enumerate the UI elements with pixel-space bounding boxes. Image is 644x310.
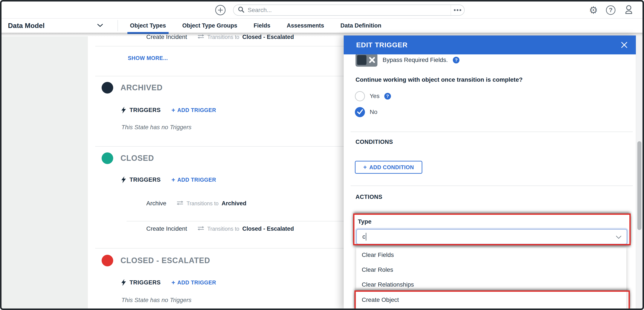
lightning-bolt-icon (121, 107, 126, 114)
scrollbar-thumb[interactable] (637, 141, 642, 230)
state-header-archived: ARCHIVED (102, 82, 162, 94)
option-create-object[interactable]: Create Object (356, 292, 626, 307)
trigger-name: Create Incident (146, 34, 187, 41)
create-new-button[interactable] (215, 5, 226, 15)
edit-trigger-modal: Bypass Required Fields. ? EDIT TRIGGER C… (344, 36, 636, 310)
toggle-x-icon (369, 57, 375, 64)
state-name: CLOSED - ESCALATED (120, 256, 210, 265)
trigger-row[interactable]: Create Incident Transitions to Closed - … (146, 33, 294, 41)
close-icon[interactable] (620, 41, 628, 49)
state-header-closed: CLOSED (102, 152, 154, 164)
add-condition-button[interactable]: + ADD CONDITION (355, 161, 422, 174)
option-clear-fields[interactable]: Clear Fields (356, 247, 626, 262)
transitions-to-label: Transitions to (207, 34, 239, 40)
actions-heading: ACTIONS (356, 194, 382, 200)
divider (126, 221, 344, 221)
option-clear-roles[interactable]: Clear Roles (356, 262, 626, 277)
type-select-input[interactable]: c (356, 229, 627, 244)
transition-target: Closed - Escalated (242, 225, 294, 232)
transitions-to-label: Transitions to (186, 200, 218, 207)
transitions-icon (198, 34, 204, 40)
bypass-toggle[interactable] (356, 53, 378, 67)
radio-no-selected[interactable] (355, 107, 365, 117)
state-name: ARCHIVED (120, 83, 162, 92)
state-header-closed-escalated: CLOSED - ESCALATED (102, 254, 210, 266)
lightning-bolt-icon (121, 279, 126, 286)
transitions-to-label: Transitions to (207, 226, 239, 232)
text-caret (366, 233, 366, 240)
divider (95, 146, 344, 147)
triggers-row: TRIGGERS + ADD TRIGGER (121, 175, 216, 184)
trigger-name: Archive (146, 200, 166, 207)
modal-header: EDIT TRIGGER (344, 36, 636, 54)
lightning-bolt-icon (121, 176, 126, 183)
add-trigger-button[interactable]: + ADD TRIGGER (172, 176, 216, 183)
plus-icon: + (172, 279, 175, 286)
help-icon[interactable]: ? (606, 5, 616, 15)
divider (95, 248, 344, 248)
radio-no-row[interactable]: No (355, 107, 378, 117)
search-bar[interactable]: Search... (233, 5, 465, 16)
radio-yes-label: Yes (370, 93, 380, 100)
divider (95, 46, 344, 47)
left-sidebar (2, 36, 88, 308)
workspace-label: Data Model (8, 22, 45, 30)
bypass-required-fields-row: Bypass Required Fields. ? (356, 53, 460, 67)
modal-title: EDIT TRIGGER (356, 41, 408, 49)
add-trigger-button[interactable]: + ADD TRIGGER (172, 279, 216, 286)
radio-no-label: No (370, 109, 378, 115)
nav-bar: Data Model Object Types Object Type Grou… (2, 19, 642, 33)
type-dropdown-list: Clear Fields Clear Roles Clear Relations… (356, 247, 626, 310)
continue-question: Continue working with object once transi… (356, 76, 523, 83)
chevron-down-icon (97, 24, 103, 28)
tab-object-type-groups[interactable]: Object Type Groups (174, 19, 246, 33)
plus-icon: + (363, 164, 367, 170)
transitions-icon (198, 226, 204, 232)
tab-object-types[interactable]: Object Types (122, 19, 174, 33)
radio-yes-row[interactable]: Yes ? (355, 91, 391, 101)
show-more-link[interactable]: SHOW MORE... (128, 55, 168, 61)
state-color-dot (102, 255, 113, 266)
search-input[interactable]: Search... (248, 7, 451, 14)
state-name: CLOSED (120, 154, 154, 163)
nav-divider (118, 20, 118, 31)
trigger-row-create-incident[interactable]: Create Incident Transitions to Closed - … (146, 224, 294, 233)
tab-strip: Object Types Object Type Groups Fields A… (122, 19, 390, 33)
type-label: Type (358, 218, 372, 225)
trigger-row-archive[interactable]: Archive Transitions to Archived (146, 199, 246, 208)
state-color-dot (102, 82, 113, 94)
tab-fields[interactable]: Fields (246, 19, 278, 33)
triggers-row: TRIGGERS + ADD TRIGGER (121, 278, 216, 287)
no-triggers-text: This State has no Triggers (121, 297, 192, 303)
triggers-heading: TRIGGERS (130, 176, 161, 183)
plus-icon: + (172, 107, 175, 113)
conditions-heading: CONDITIONS (356, 139, 393, 145)
type-input-value: c (362, 233, 366, 240)
no-triggers-text: This State has no Triggers (121, 124, 192, 131)
divider (95, 76, 344, 76)
toggle-knob (357, 55, 366, 65)
transition-target: Closed - Escalated (242, 34, 294, 41)
help-icon[interactable]: ? (453, 57, 460, 63)
tab-data-definition[interactable]: Data Definition (332, 19, 390, 33)
radio-yes[interactable] (355, 91, 365, 101)
scrollbar-track[interactable] (636, 36, 642, 308)
transitions-icon (176, 200, 184, 206)
transition-target: Archived (222, 200, 246, 207)
search-icon (238, 6, 245, 14)
divider (350, 132, 633, 132)
triggers-heading: TRIGGERS (130, 279, 161, 286)
app-window: Search... ⚙ ? Data Model Object Types Ob… (0, 0, 644, 310)
settings-gear-icon[interactable]: ⚙ (589, 5, 598, 15)
tab-assessments[interactable]: Assessments (278, 19, 332, 33)
add-trigger-button[interactable]: + ADD TRIGGER (172, 107, 216, 113)
search-options-button[interactable] (451, 9, 464, 11)
option-clear-relationships[interactable]: Clear Relationships (356, 277, 626, 292)
help-icon[interactable]: ? (384, 93, 391, 100)
trigger-name: Create Incident (146, 225, 187, 232)
plus-icon: + (172, 176, 175, 183)
top-bar: Search... ⚙ ? (2, 2, 642, 19)
triggers-heading: TRIGGERS (130, 107, 161, 114)
workspace-dropdown[interactable]: Data Model (8, 19, 103, 33)
user-icon[interactable] (624, 5, 634, 16)
